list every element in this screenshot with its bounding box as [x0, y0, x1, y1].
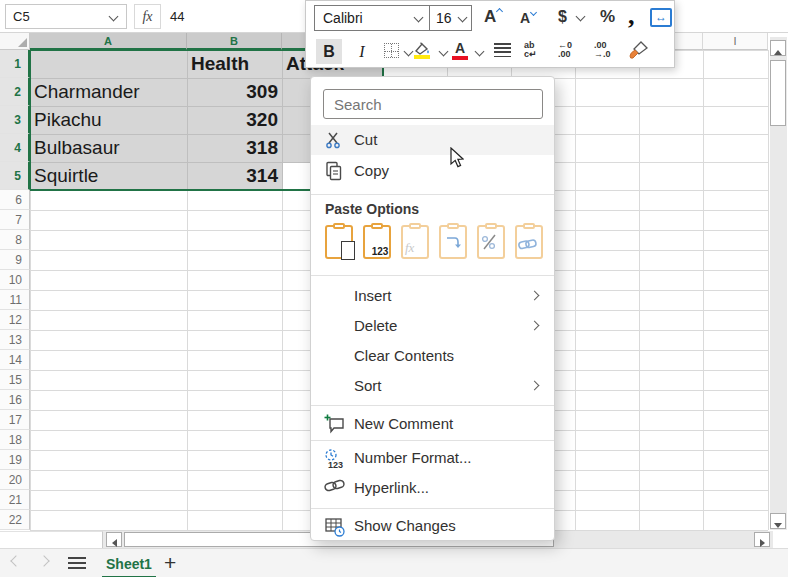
add-sheet-button[interactable]: +	[164, 551, 176, 575]
insert-function-button[interactable]: fx	[134, 4, 161, 29]
bold-button[interactable]: B	[316, 39, 342, 64]
scroll-left-button[interactable]	[106, 532, 122, 547]
font-color-button[interactable]: A	[452, 40, 468, 60]
select-all-corner[interactable]	[0, 33, 30, 50]
column-header-A[interactable]: A	[30, 33, 187, 50]
menu-item-number-format[interactable]: 123 Number Format...	[311, 443, 554, 473]
row-header-10[interactable]: 10	[0, 270, 30, 290]
column-header-I[interactable]: I	[703, 33, 768, 50]
paste-formulas-button[interactable]: fx	[401, 225, 429, 259]
paste-values-button[interactable]: 123	[363, 225, 391, 259]
fill-color-button[interactable]	[414, 41, 432, 59]
row-header-7[interactable]: 7	[0, 210, 30, 230]
menu-item-insert[interactable]: Insert	[311, 281, 554, 311]
cell-A2[interactable]: Charmander	[34, 78, 183, 106]
menu-item-cut[interactable]: Cut	[311, 125, 554, 155]
menu-item-label: Hyperlink...	[354, 473, 429, 503]
format-painter-button[interactable]	[628, 40, 650, 64]
autofit-column-width-button[interactable]: ↔	[650, 8, 672, 27]
italic-button[interactable]: I	[352, 39, 372, 64]
grow-font-button[interactable]: A	[484, 7, 501, 27]
scroll-up-button[interactable]	[770, 40, 786, 56]
vertical-scrollbar[interactable]	[770, 37, 787, 530]
menu-item-clear-contents[interactable]: Clear Contents	[311, 341, 554, 371]
borders-button[interactable]	[384, 43, 399, 58]
cell-A5[interactable]: Squirtle	[34, 162, 183, 190]
decrease-decimal-button[interactable]: ←0 .00	[558, 41, 572, 59]
prev-sheet-icon[interactable]	[10, 555, 21, 566]
chevron-down-icon[interactable]	[404, 47, 414, 57]
cell-B1[interactable]: Health	[191, 50, 278, 78]
column-header-B[interactable]: B	[187, 33, 282, 50]
menu-item-label: Number Format...	[354, 443, 472, 473]
menu-item-label: Sort	[354, 371, 382, 401]
font-name-select[interactable]: Calibri	[315, 6, 430, 30]
row-header-19[interactable]: 19	[0, 450, 30, 470]
chevron-down-icon[interactable]	[109, 12, 119, 22]
row-header-2[interactable]: 2	[0, 78, 30, 106]
shrink-font-button[interactable]: A	[520, 9, 535, 27]
menu-item-show-changes[interactable]: Show Changes	[311, 511, 554, 541]
row-header-20[interactable]: 20	[0, 470, 30, 490]
menu-item-hyperlink[interactable]: Hyperlink...	[311, 473, 554, 503]
menu-item-copy[interactable]: Copy	[311, 156, 554, 186]
cell-A4[interactable]: Bulbasaur	[34, 134, 183, 162]
font-size-select[interactable]: 16	[430, 6, 471, 30]
cell-B4[interactable]: 318	[191, 134, 278, 162]
vertical-scroll-thumb[interactable]	[770, 60, 786, 126]
fx-icon: fx	[142, 9, 152, 24]
row-header-16[interactable]: 16	[0, 390, 30, 410]
name-box[interactable]: C5	[5, 4, 127, 29]
scroll-down-button[interactable]	[770, 513, 786, 529]
row-header-17[interactable]: 17	[0, 410, 30, 430]
font-size-value: 16	[436, 10, 452, 26]
row-header-8[interactable]: 8	[0, 230, 30, 250]
row-header-14[interactable]: 14	[0, 350, 30, 370]
paste-transpose-button[interactable]	[439, 225, 467, 259]
menu-item-delete[interactable]: Delete	[311, 311, 554, 341]
search-input[interactable]	[323, 89, 543, 119]
cell-B5[interactable]: 314	[191, 162, 278, 190]
row-header-18[interactable]: 18	[0, 430, 30, 450]
paste-formatting-button[interactable]	[477, 225, 505, 259]
row-header-3[interactable]: 3	[0, 106, 30, 134]
wrap-text-button[interactable]: ab c↵	[524, 41, 537, 59]
align-middle-button[interactable]	[494, 43, 511, 57]
paste-button[interactable]	[325, 225, 353, 259]
row-header-21[interactable]: 21	[0, 490, 30, 510]
increase-decimal-button[interactable]: .00 →.0	[594, 41, 611, 59]
row-header-22[interactable]: 22	[0, 510, 30, 530]
scroll-down-icon	[774, 523, 782, 528]
row-header-1[interactable]: 1	[0, 50, 30, 78]
row-header-4[interactable]: 4	[0, 134, 30, 162]
comma-format-button[interactable]: ,	[628, 1, 635, 31]
paste-page-icon	[341, 241, 355, 260]
percent-format-button[interactable]: %	[600, 7, 615, 27]
scroll-right-button[interactable]	[754, 532, 770, 547]
row-header-13[interactable]: 13	[0, 330, 30, 350]
row-header-15[interactable]: 15	[0, 370, 30, 390]
currency-format-button[interactable]: $	[558, 8, 584, 26]
next-sheet-icon[interactable]	[38, 555, 49, 566]
context-menu: Cut Copy Paste Options 123 fx	[310, 76, 555, 541]
row-header-6[interactable]: 6	[0, 190, 30, 210]
row-header-5[interactable]: 5	[0, 162, 30, 190]
menu-separator	[311, 275, 554, 276]
menu-item-sort[interactable]: Sort	[311, 371, 554, 401]
chevron-down-icon[interactable]	[439, 47, 449, 57]
excel-online-app: C5 fx 44 HealthAttackCharmander309Pikach…	[0, 0, 788, 577]
all-sheets-menu-icon[interactable]	[68, 557, 86, 569]
paste-link-button[interactable]	[515, 225, 543, 259]
menu-item-new-comment[interactable]: New Comment	[311, 409, 554, 439]
cell-B3[interactable]: 320	[191, 106, 278, 134]
chevron-down-icon[interactable]	[475, 47, 485, 57]
row-header-9[interactable]: 9	[0, 250, 30, 270]
decrease-decimal-icon: ←0 .00	[558, 40, 572, 59]
sheet-tab-sheet1[interactable]: Sheet1	[100, 553, 158, 577]
cell-B2[interactable]: 309	[191, 78, 278, 106]
svg-text:123: 123	[328, 460, 343, 470]
formula-input[interactable]: 44	[170, 4, 184, 29]
cell-A3[interactable]: Pikachu	[34, 106, 183, 134]
row-header-11[interactable]: 11	[0, 290, 30, 310]
row-header-12[interactable]: 12	[0, 310, 30, 330]
